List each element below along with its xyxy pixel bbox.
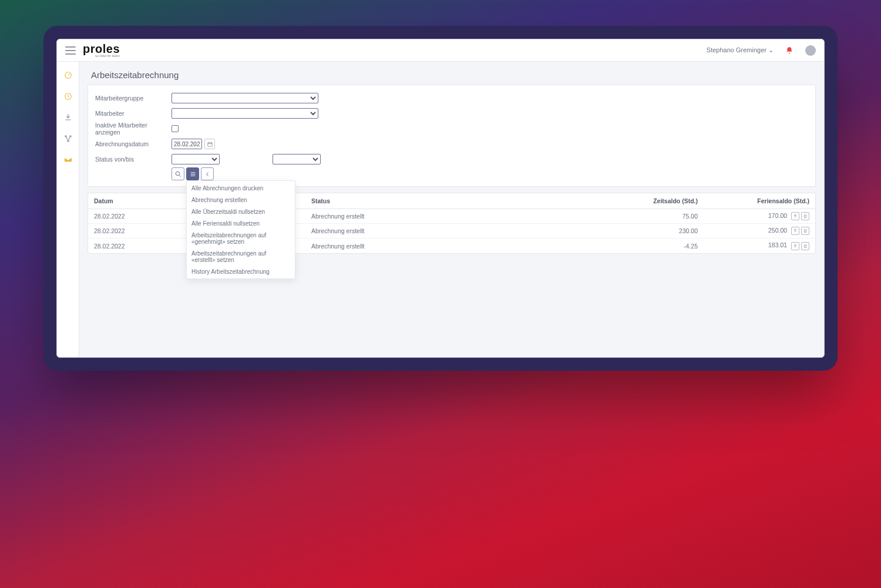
dropdown-item[interactable]: Arbeitszeitabrechnungen auf «erstellt» s… xyxy=(187,247,295,266)
svg-point-4 xyxy=(67,140,69,142)
employee-label: Mitarbeiter xyxy=(95,110,172,117)
message-icon[interactable] xyxy=(63,154,73,165)
page-title: Arbeitszeitabrechnung xyxy=(88,69,816,81)
col-zeitsaldo: Zeitsaldo (Std.) xyxy=(610,193,704,209)
inactive-label: Inaktive Mitarbeiter anzeigen xyxy=(95,122,172,136)
brand-logo: prolesso tickt ihr team xyxy=(83,42,120,56)
dropdown-item[interactable]: Arbeitszeitabrechnungen auf «genehmigt» … xyxy=(187,229,295,247)
dropdown-item[interactable]: Alle Abrechnungen drucken xyxy=(187,182,295,194)
actions-dropdown: Alle Abrechnungen druckenAbrechnung erst… xyxy=(186,180,295,279)
hamburger-icon[interactable] xyxy=(65,46,76,55)
delete-icon[interactable] xyxy=(791,227,799,235)
chevron-down-icon: ⌄ xyxy=(768,46,774,53)
group-label: Mitarbeitergruppe xyxy=(95,95,172,102)
svg-rect-7 xyxy=(804,216,806,217)
user-menu[interactable]: Stephano Greminger ⌄ xyxy=(707,46,774,54)
dropdown-item[interactable]: Alle Überzeitsaldi nullsetzen xyxy=(187,206,295,217)
search-button[interactable] xyxy=(172,167,184,180)
dropdown-item[interactable]: Alle Feriensaldi nullsetzen xyxy=(187,217,295,229)
avatar[interactable] xyxy=(805,45,816,56)
network-icon[interactable] xyxy=(63,133,73,144)
svg-rect-5 xyxy=(207,142,211,146)
delete-icon[interactable] xyxy=(791,242,799,250)
col-date: Datum xyxy=(88,193,188,209)
print-icon[interactable] xyxy=(801,242,809,250)
inactive-checkbox[interactable] xyxy=(172,125,179,132)
left-sidebar xyxy=(57,62,79,357)
group-select[interactable] xyxy=(172,93,318,103)
list-menu-button[interactable] xyxy=(186,167,199,180)
bell-icon[interactable] xyxy=(785,46,793,55)
print-icon[interactable] xyxy=(801,227,809,235)
col-feriensaldo: Feriensaldo (Std.) xyxy=(704,193,815,209)
app-window: prolesso tickt ihr team Stephano Greming… xyxy=(56,39,825,358)
col-status: Status xyxy=(305,193,610,209)
svg-rect-8 xyxy=(804,230,806,231)
clock-icon[interactable] xyxy=(63,91,73,102)
status-from-select[interactable] xyxy=(172,154,220,164)
dropdown-item[interactable]: History Arbeitszeitabrechnung xyxy=(187,266,295,277)
svg-rect-9 xyxy=(804,246,806,247)
date-input[interactable] xyxy=(172,139,202,149)
employee-select[interactable] xyxy=(172,108,318,119)
status-label: Status von/bis xyxy=(95,156,172,163)
filter-panel: Mitarbeitergruppe Mitarbeiter Inaktive M… xyxy=(88,85,816,187)
dropdown-item[interactable]: Abrechnung erstellen xyxy=(187,194,295,206)
top-bar: prolesso tickt ihr team Stephano Greming… xyxy=(57,39,824,62)
download-icon[interactable] xyxy=(63,112,73,123)
date-label: Abrechnungsdatum xyxy=(95,140,172,147)
calendar-icon[interactable] xyxy=(204,139,215,149)
back-button[interactable] xyxy=(201,167,214,180)
print-icon[interactable] xyxy=(801,212,809,220)
status-to-select[interactable] xyxy=(273,154,321,164)
delete-icon[interactable] xyxy=(791,212,799,220)
main-content: Arbeitszeitabrechnung Mitarbeitergruppe … xyxy=(79,62,824,357)
dashboard-icon[interactable] xyxy=(63,70,73,80)
svg-point-6 xyxy=(176,172,180,176)
